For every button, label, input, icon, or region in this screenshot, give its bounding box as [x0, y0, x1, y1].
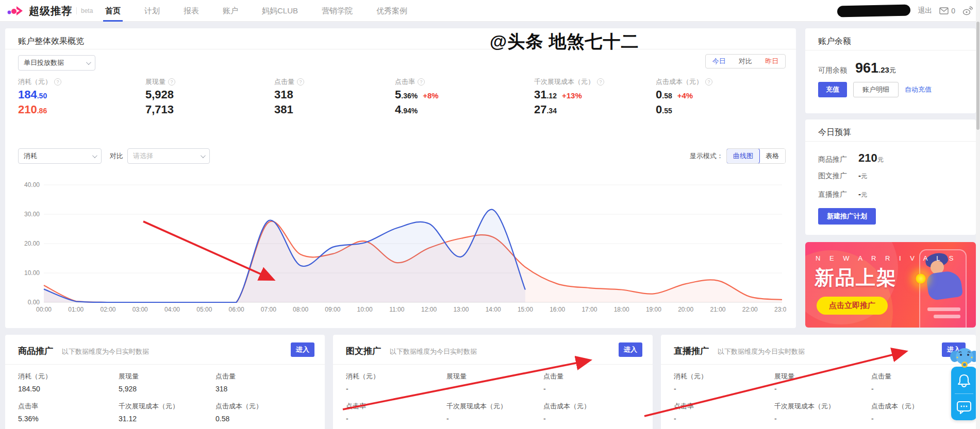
metric-value: - [871, 385, 891, 393]
metric-value: - [774, 415, 835, 423]
logout-link[interactable]: 退出 [918, 6, 932, 15]
nav-item-home[interactable]: 首页 [105, 0, 121, 22]
help-icon[interactable]: ? [597, 78, 604, 85]
svg-text:04:00: 04:00 [164, 306, 180, 313]
metric-label: 千次展现成本（元） [774, 402, 835, 411]
help-icon[interactable]: ? [297, 78, 304, 85]
metric-delta: +8% [423, 91, 438, 100]
new-plan-button[interactable]: 新建推广计划 [818, 208, 876, 225]
nav-item-marketing-college[interactable]: 营销学院 [322, 0, 353, 22]
metric-label: 点击成本（元） [543, 402, 590, 411]
brand-name: 超级推荐 [29, 4, 72, 18]
mail-widget[interactable]: 0 [939, 7, 955, 15]
banner-cta-button[interactable]: 点击立即推广 [817, 297, 888, 315]
metric-value: - [674, 385, 707, 393]
svg-text:15:00: 15:00 [518, 306, 533, 313]
chat-message-icon[interactable] [951, 400, 977, 415]
svg-text:20.00: 20.00 [24, 240, 40, 247]
svg-text:23:00: 23:00 [774, 306, 786, 313]
toggle-yesterday[interactable]: 昨日 [765, 57, 778, 66]
toggle-today[interactable]: 今日 [712, 57, 726, 66]
mode-table[interactable]: 表格 [759, 149, 785, 163]
metric-label: 点击成本（元） [871, 402, 918, 411]
nav-item-report[interactable]: 报表 [184, 0, 199, 22]
beta-badge: beta [76, 7, 93, 14]
help-icon[interactable]: ? [168, 78, 175, 85]
metric-label: 点击量 [543, 372, 563, 381]
chevron-down-icon [92, 153, 97, 158]
content-promo-card: 图文推广 以下数据维度为今日实时数据 进入 消耗（元）- 展现量- 点击量- 点… [333, 335, 653, 429]
card-subtitle: 以下数据维度为今日实时数据 [390, 347, 477, 356]
budget-row-content: 图文推广 - 元 [818, 171, 867, 181]
metric-value: 318 [215, 385, 236, 393]
scrollbar-thumb[interactable] [976, 22, 979, 130]
divider [955, 393, 973, 394]
enter-button[interactable]: 进入 [291, 342, 314, 357]
scrollbar[interactable] [976, 0, 980, 429]
banner-decoration [934, 315, 960, 318]
chart-metric-select[interactable]: 消耗 [18, 148, 102, 164]
svg-text:05:00: 05:00 [196, 306, 212, 313]
svg-text:17:00: 17:00 [582, 306, 597, 313]
metric-label: 消耗（元） [346, 372, 379, 381]
help-icon[interactable]: ? [418, 78, 425, 85]
metric-value: - [346, 415, 366, 423]
svg-text:09:00: 09:00 [325, 306, 340, 313]
svg-text:16:00: 16:00 [550, 306, 565, 313]
recharge-button[interactable]: 充值 [818, 82, 847, 97]
enter-button[interactable]: 进入 [619, 342, 642, 357]
chevron-down-icon [86, 60, 91, 65]
redacted-username [837, 5, 910, 18]
metric-value: 5.36% [18, 415, 39, 423]
metric-yesterday-value: 381 [274, 103, 293, 116]
metric-today-value: 184 [18, 88, 37, 101]
svg-text:18:00: 18:00 [614, 306, 629, 313]
metric-label: 消耗（元） [674, 372, 707, 381]
date-range-select[interactable]: 单日投放数据 [18, 55, 95, 71]
account-detail-button[interactable]: 账户明细 [853, 82, 899, 97]
notification-bell-icon[interactable] [951, 373, 977, 388]
metric-today-value: 5,928 [145, 88, 174, 101]
nav-item-account[interactable]: 账户 [223, 0, 238, 22]
chart-compare-select[interactable]: 请选择 [127, 148, 210, 164]
weibo-icon[interactable] [962, 6, 973, 15]
live-promo-card: 直播推广 以下数据维度为今日实时数据 进入 消耗（元）- 展现量- 点击量- 点… [661, 335, 976, 429]
svg-text:01:00: 01:00 [68, 306, 84, 313]
metric-yesterday-value: 4 [395, 103, 401, 116]
divider [5, 364, 325, 365]
metric-label: 点击量 [215, 372, 236, 381]
svg-text:20:00: 20:00 [678, 306, 693, 313]
nav-item-plan[interactable]: 计划 [144, 0, 160, 22]
balance-title: 账户余额 [818, 36, 851, 47]
card-title: 商品推广 [18, 345, 53, 357]
budget-title: 今日预算 [818, 127, 851, 138]
auto-recharge-link[interactable]: 自动充值 [905, 85, 932, 94]
balance-value: 961 [855, 60, 878, 76]
nav-item-mama-club[interactable]: 妈妈CLUB [262, 0, 298, 22]
balance-label: 可用余额 [818, 66, 847, 75]
promo-banner[interactable]: N E W A R R I V A L S 新品上架 点击立即推广 [805, 242, 976, 328]
metric-clicks: 点击量? 318 381 [274, 77, 304, 116]
svg-text:11:00: 11:00 [389, 306, 404, 313]
topbar: 超级推荐 beta 首页 计划 报表 账户 妈妈CLUB 营销学院 优秀案例 退… [0, 0, 980, 22]
metric-label: 消耗（元） [18, 372, 52, 381]
line-chart: 0.0010.0020.0030.0040.0000:0001:0002:000… [23, 179, 786, 317]
toggle-compare[interactable]: 对比 [739, 57, 752, 66]
metric-label: 点击率 [18, 402, 39, 411]
metric-delta: +4% [677, 91, 693, 100]
banner-decoration [927, 307, 960, 311]
watermark-text: @头条 地煞七十二 [490, 30, 639, 54]
nav-item-cases[interactable]: 优秀案例 [376, 0, 407, 22]
mascot-elephant[interactable] [950, 345, 979, 369]
day-compare-toggle: 今日 对比 昨日 [705, 54, 786, 68]
overview-title: 账户整体效果概览 [18, 36, 84, 47]
mail-icon [939, 7, 949, 14]
balance-card: 账户余额 可用余额 961 .23 元 充值 账户明细 自动充值 [805, 28, 976, 113]
help-icon[interactable]: ? [705, 78, 712, 85]
svg-text:12:00: 12:00 [421, 306, 437, 313]
mode-line-chart[interactable]: 曲线图 [726, 148, 760, 164]
svg-text:19:00: 19:00 [646, 306, 661, 313]
card-subtitle: 以下数据维度为今日实时数据 [62, 347, 149, 356]
help-icon[interactable]: ? [54, 78, 61, 85]
divider [5, 49, 796, 49]
